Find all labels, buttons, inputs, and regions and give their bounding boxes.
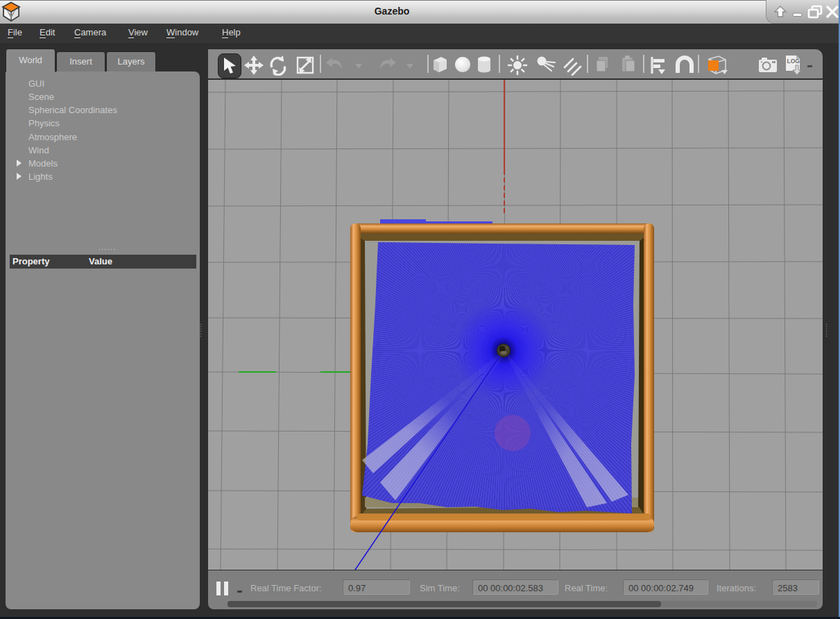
svg-text:LOG: LOG [787, 58, 800, 65]
svg-text:+: + [760, 60, 763, 65]
